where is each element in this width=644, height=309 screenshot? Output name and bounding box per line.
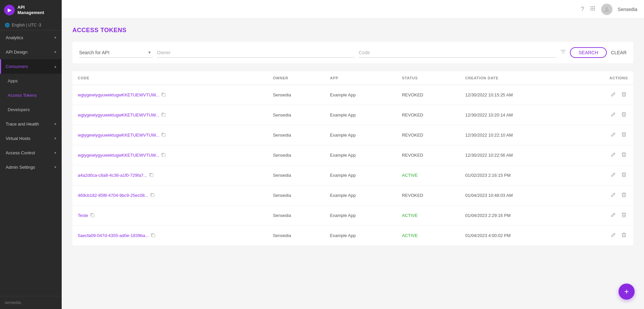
edit-icon[interactable] — [609, 151, 617, 160]
grid-icon[interactable] — [590, 5, 596, 13]
delete-icon[interactable] — [620, 231, 628, 240]
token-creation-date: 12/30/2022 10:22:56 AM — [460, 145, 575, 165]
svg-point-5 — [594, 8, 595, 9]
edit-icon[interactable] — [609, 191, 617, 200]
svg-rect-13 — [162, 154, 165, 157]
token-creation-date: 12/30/2022 10:15:25 AM — [460, 85, 575, 105]
edit-icon[interactable] — [609, 231, 617, 240]
table-row: wgiygewiygyuwektugwKKETUEWVTUW... Sensed… — [72, 125, 633, 145]
delete-icon[interactable] — [620, 171, 628, 180]
user-avatar[interactable] — [601, 4, 612, 15]
token-code[interactable]: 5aecfa09-047d-4355-ad0e-1839ba... — [78, 233, 262, 238]
filter-icon — [561, 49, 566, 56]
sidebar-label-apps: Apps — [8, 78, 18, 83]
sidebar-label-developers: Developers — [8, 107, 30, 112]
sidebar-item-access-tokens[interactable]: Access Tokens — [0, 88, 62, 102]
copy-icon[interactable] — [150, 193, 155, 198]
svg-point-8 — [594, 10, 595, 11]
copy-icon[interactable] — [161, 153, 166, 158]
row-actions — [580, 171, 628, 180]
svg-rect-15 — [151, 194, 154, 197]
token-app: Example App — [325, 85, 397, 105]
sidebar-label-analytics: Analytics — [6, 35, 23, 40]
search-button[interactable]: SEARCH — [570, 47, 607, 58]
chevron-up-icon: ▲ — [54, 65, 57, 68]
copy-icon[interactable] — [90, 213, 95, 218]
clear-button[interactable]: CLEAR — [611, 50, 627, 55]
token-creation-date: 01/04/2023 10:48:03 AM — [460, 185, 575, 206]
main-content: ? Sensedia ACCESS TOKENS — [62, 0, 644, 309]
copy-icon[interactable] — [151, 233, 155, 238]
token-code[interactable]: wgiygewiygyuwektugwKKETUEWVTUW... — [78, 133, 262, 138]
filter-bar: Search for API ▼ SEARCH CLEAR — [72, 42, 633, 63]
token-owner: Sensedia — [268, 125, 325, 145]
token-status: ACTIVE — [397, 226, 460, 246]
locale-text: English | UTC -3 — [12, 23, 41, 27]
svg-rect-10 — [162, 93, 165, 96]
token-code[interactable]: wgiygewiygyuwektugwKKETUEWVTUW... — [78, 92, 262, 98]
sidebar-item-admin-settings[interactable]: Admin Settings ▼ — [0, 160, 62, 174]
row-actions — [580, 191, 628, 200]
globe-icon: 🌐 — [5, 23, 10, 27]
token-code[interactable]: wgiygewiygyuwektugwKKETUEWVTUW... — [78, 112, 262, 118]
delete-icon[interactable] — [620, 131, 628, 140]
copy-icon[interactable] — [161, 112, 166, 118]
page-content: ACCESS TOKENS Search for API ▼ SEARCH CL… — [62, 19, 644, 309]
token-owner: Sensedia — [268, 226, 325, 246]
copy-icon[interactable] — [161, 92, 166, 98]
token-status: REVOKED — [397, 145, 460, 165]
edit-icon[interactable] — [609, 90, 617, 99]
delete-icon[interactable] — [620, 191, 628, 200]
col-header-actions: ACTIONS — [575, 71, 633, 85]
sidebar-label-api-design: API Design — [6, 50, 27, 55]
owner-input[interactable] — [157, 48, 355, 58]
token-creation-date: 01/04/2023 4:00:02 PM — [460, 226, 575, 246]
table-row: Teste Sensedia Example App ACTIVE 01/04/… — [72, 206, 633, 226]
sidebar-item-analytics[interactable]: Analytics ▼ — [0, 30, 62, 45]
sidebar-logo[interactable]: ▶ APIManagement — [0, 0, 62, 20]
token-code[interactable]: wgiygewiygyuwektugwKKETUEWVTUW... — [78, 153, 262, 158]
sidebar-item-access-control[interactable]: Access Control ▼ — [0, 146, 62, 160]
delete-icon[interactable] — [620, 211, 628, 220]
delete-icon[interactable] — [620, 151, 628, 160]
sidebar-item-virtual-hosts[interactable]: Virtual Hosts ▼ — [0, 131, 62, 146]
edit-icon[interactable] — [609, 110, 617, 120]
col-header-app: APP — [325, 71, 397, 85]
token-status: REVOKED — [397, 85, 460, 105]
table-row: wgiygewiygyuwektugwKKETUEWVTUW... Sensed… — [72, 105, 633, 125]
edit-icon[interactable] — [609, 171, 617, 180]
edit-icon[interactable] — [609, 211, 617, 220]
delete-icon[interactable] — [620, 110, 628, 120]
token-code[interactable]: a4a2d0ca-c8a8-4c36-a1f0-729fa7... — [78, 173, 262, 178]
delete-icon[interactable] — [620, 90, 628, 99]
chevron-down-icon: ▼ — [54, 165, 57, 169]
sidebar-item-api-design[interactable]: API Design ▼ — [0, 45, 62, 59]
sidebar-label-access-control: Access Control — [6, 150, 35, 155]
code-input[interactable] — [359, 48, 557, 58]
table-row: wgiygewiygyuwektugwKKETUEWVTUW... Sensed… — [72, 85, 633, 105]
token-code[interactable]: Teste — [78, 213, 262, 218]
api-filter-select[interactable]: Search for API — [79, 48, 153, 58]
sidebar-item-trace-health[interactable]: Trace and Health ▼ — [0, 117, 62, 131]
edit-icon[interactable] — [609, 131, 617, 140]
table-header-row: CODE OWNER APP STATUS CREATION DATE ACTI… — [72, 71, 633, 85]
copy-icon[interactable] — [149, 173, 154, 178]
sidebar-item-developers[interactable]: Developers — [0, 102, 62, 117]
copy-icon[interactable] — [161, 133, 166, 138]
token-app: Example App — [325, 105, 397, 125]
access-tokens-table: CODE OWNER APP STATUS CREATION DATE ACTI… — [72, 71, 633, 245]
svg-rect-17 — [152, 234, 155, 237]
table-row: a4a2d0ca-c8a8-4c36-a1f0-729fa7... Sensed… — [72, 165, 633, 185]
sidebar-label-admin-settings: Admin Settings — [6, 165, 35, 170]
svg-point-1 — [592, 6, 593, 7]
sidebar-item-consumers[interactable]: Consumers ▲ — [0, 59, 62, 74]
help-icon[interactable]: ? — [581, 6, 584, 13]
token-code[interactable]: 469cb182-85f8-4704-9bc9-25ec08... — [78, 193, 262, 198]
token-status: REVOKED — [397, 105, 460, 125]
col-header-code: CODE — [72, 71, 268, 85]
api-filter-wrapper: Search for API ▼ — [79, 48, 153, 58]
svg-point-0 — [590, 6, 591, 7]
add-token-button[interactable]: + — [619, 284, 635, 300]
chevron-down-icon: ▼ — [54, 137, 57, 140]
sidebar-item-apps[interactable]: Apps — [0, 74, 62, 88]
